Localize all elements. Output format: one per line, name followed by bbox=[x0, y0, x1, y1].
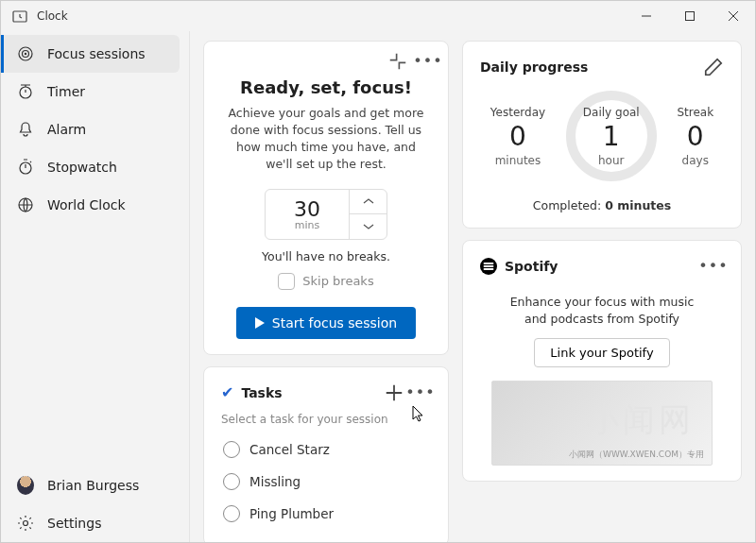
skip-breaks-label: Skip breaks bbox=[302, 274, 373, 288]
sidebar-user[interactable]: Brian Burgess bbox=[1, 467, 189, 504]
add-task-button[interactable] bbox=[384, 382, 404, 403]
task-radio[interactable] bbox=[223, 473, 240, 490]
task-radio[interactable] bbox=[223, 505, 240, 522]
app-title: Clock bbox=[37, 9, 68, 23]
spotify-card: Spotify ••• Enhance your focus with musi… bbox=[462, 240, 742, 482]
daily-goal-ring: Daily goal 1 hour bbox=[566, 91, 657, 181]
sidebar-item-label: Timer bbox=[47, 84, 85, 99]
breaks-note: You'll have no breaks. bbox=[221, 249, 431, 263]
tasks-icon: ✔ bbox=[221, 383, 233, 401]
sidebar-item-timer[interactable]: Timer bbox=[1, 73, 189, 110]
skip-breaks-checkbox[interactable] bbox=[278, 273, 295, 290]
spotify-description: Enhance your focus with music and podcas… bbox=[497, 294, 707, 327]
task-item[interactable]: Missling bbox=[221, 466, 431, 498]
sidebar-item-settings[interactable]: Settings bbox=[1, 504, 189, 542]
svg-rect-1 bbox=[686, 12, 695, 21]
duration-unit: mins bbox=[266, 219, 349, 231]
sidebar-item-label: World Clock bbox=[47, 197, 126, 212]
sidebar-item-label: Settings bbox=[47, 516, 101, 531]
bell-icon bbox=[17, 121, 34, 138]
link-spotify-button[interactable]: Link your Spotify bbox=[534, 338, 669, 367]
streak-metric: Streak 0 days bbox=[677, 106, 713, 167]
maximize-button[interactable] bbox=[668, 1, 712, 31]
watermark-url: 小闻网（WWW.XWEN.COM）专用 bbox=[569, 449, 704, 461]
window: Clock Focus sessions Timer Alarm Stopwat… bbox=[0, 0, 756, 543]
sidebar-item-label: Alarm bbox=[47, 122, 86, 137]
sidebar-item-focus-sessions[interactable]: Focus sessions bbox=[1, 35, 180, 73]
avatar bbox=[17, 477, 34, 494]
sidebar-item-alarm[interactable]: Alarm bbox=[1, 110, 189, 148]
spotify-more-icon[interactable]: ••• bbox=[703, 256, 724, 277]
sidebar-item-stopwatch[interactable]: Stopwatch bbox=[1, 148, 189, 186]
task-item[interactable]: Cancel Starz bbox=[221, 433, 431, 466]
task-label: Cancel Starz bbox=[249, 442, 330, 457]
daily-progress-card: Daily progress Yesterday 0 minutes bbox=[462, 41, 742, 229]
svg-point-8 bbox=[24, 521, 28, 526]
completed-line: Completed: 0 minutes bbox=[480, 198, 724, 212]
svg-point-4 bbox=[25, 53, 26, 54]
close-button[interactable] bbox=[712, 1, 755, 31]
duration-decrease-button[interactable] bbox=[350, 214, 387, 239]
focus-session-card: ••• Ready, set, focus! Achieve your goal… bbox=[203, 41, 449, 355]
titlebar: Clock bbox=[1, 1, 755, 31]
sidebar: Focus sessions Timer Alarm Stopwatch Wor… bbox=[1, 31, 190, 542]
spotify-title: Spotify bbox=[505, 259, 558, 274]
task-label: Missling bbox=[249, 474, 301, 489]
sidebar-item-label: Focus sessions bbox=[47, 46, 146, 61]
more-icon[interactable]: ••• bbox=[418, 51, 438, 72]
focus-description: Achieve your goals and get more done wit… bbox=[221, 105, 431, 174]
progress-title: Daily progress bbox=[480, 59, 588, 75]
sidebar-item-label: Stopwatch bbox=[47, 160, 117, 175]
user-name: Brian Burgess bbox=[47, 478, 139, 493]
main-content: ••• Ready, set, focus! Achieve your goal… bbox=[190, 31, 755, 542]
yesterday-metric: Yesterday 0 minutes bbox=[490, 106, 545, 167]
tasks-more-icon[interactable]: ••• bbox=[410, 382, 431, 403]
edit-progress-button[interactable] bbox=[703, 57, 724, 77]
minimize-button[interactable] bbox=[625, 1, 668, 31]
globe-icon bbox=[17, 196, 34, 213]
timer-icon bbox=[17, 83, 34, 100]
task-radio[interactable] bbox=[223, 441, 240, 458]
spotify-image-placeholder: 小闻网 小闻网（WWW.XWEN.COM）专用 bbox=[491, 381, 713, 466]
target-icon bbox=[17, 45, 34, 62]
clock-app-icon bbox=[12, 8, 27, 24]
tasks-title: Tasks bbox=[241, 385, 282, 400]
focus-heading: Ready, set, focus! bbox=[221, 77, 431, 97]
task-label: Ping Plumber bbox=[249, 506, 334, 521]
collapse-icon[interactable] bbox=[387, 51, 408, 72]
tasks-subtitle: Select a task for your session bbox=[221, 413, 431, 426]
tasks-card: ✔Tasks ••• Select a task for your sessio… bbox=[203, 366, 449, 543]
gear-icon bbox=[17, 515, 34, 532]
play-icon bbox=[255, 317, 265, 329]
task-item[interactable]: Ping Plumber bbox=[221, 498, 431, 530]
sidebar-item-world-clock[interactable]: World Clock bbox=[1, 186, 189, 224]
spotify-icon bbox=[480, 258, 497, 275]
start-focus-button[interactable]: Start focus session bbox=[236, 307, 416, 339]
start-focus-label: Start focus session bbox=[272, 315, 397, 331]
duration-increase-button[interactable] bbox=[350, 190, 387, 215]
stopwatch-icon bbox=[17, 159, 34, 176]
watermark-text: 小闻网 bbox=[587, 399, 695, 442]
duration-value-box: 30 mins bbox=[266, 190, 349, 239]
duration-spinner[interactable]: 30 mins bbox=[265, 189, 387, 240]
duration-value: 30 bbox=[294, 197, 320, 221]
skip-breaks-row[interactable]: Skip breaks bbox=[221, 273, 431, 290]
